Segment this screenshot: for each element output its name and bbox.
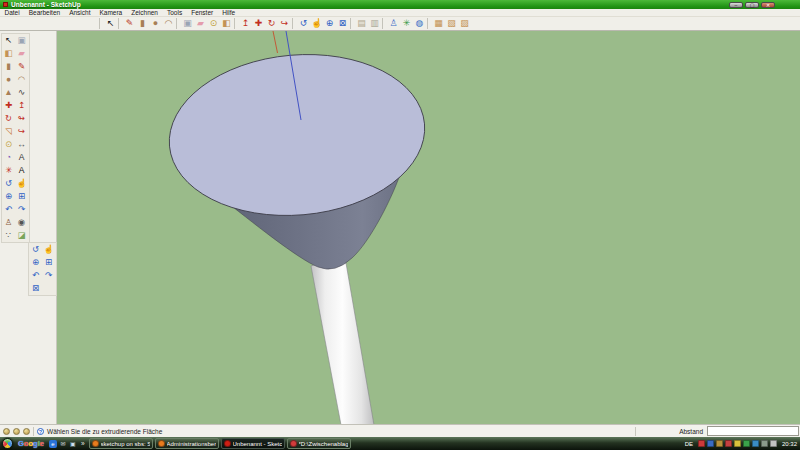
orbit-tool-icon[interactable]: ↺	[2, 177, 15, 190]
menu-hilfe[interactable]: Hilfe	[218, 9, 240, 17]
get-current-view-icon[interactable]: ▤	[355, 17, 368, 30]
eraser-tool-icon[interactable]: ▰	[194, 17, 207, 30]
tray-icon-9[interactable]	[770, 440, 777, 447]
internet-explorer-icon[interactable]: e	[49, 440, 57, 448]
menu-kamera[interactable]: Kamera	[95, 9, 127, 17]
help-icon[interactable]: ?	[37, 428, 44, 435]
google-earth-icon[interactable]: ◍	[413, 17, 426, 30]
tray-icon-5[interactable]	[734, 440, 741, 447]
tray-icon-8[interactable]	[761, 440, 768, 447]
maximize-button[interactable]: ▢	[745, 2, 759, 8]
start-button[interactable]	[2, 438, 13, 449]
google-desktop-logo[interactable]: Google	[18, 439, 44, 448]
paint-bucket-icon[interactable]: ◧	[2, 47, 15, 60]
zoom-next-icon[interactable]: ↷	[42, 269, 55, 282]
model-canvas[interactable]	[57, 31, 800, 424]
funnel-top-face[interactable]	[163, 44, 432, 226]
toggle-terrain-icon[interactable]: ▥	[368, 17, 381, 30]
zoom-window-icon[interactable]: ⊞	[42, 256, 55, 269]
taskbar-button-sketchup[interactable]: Unbenannt - Sketch...	[221, 438, 285, 449]
walk-tool-icon[interactable]: ∵	[2, 229, 15, 242]
status-badge-1[interactable]	[3, 428, 10, 435]
tray-icon-4[interactable]	[725, 440, 732, 447]
make-component-icon[interactable]: ▣	[181, 17, 194, 30]
tray-icon-6[interactable]	[743, 440, 750, 447]
menu-bearbeiten[interactable]: Bearbeiten	[24, 9, 64, 17]
menu-ansicht[interactable]: Ansicht	[65, 9, 95, 17]
styles-window-icon[interactable]: ▨	[458, 17, 471, 30]
language-indicator[interactable]: DE	[685, 441, 693, 447]
quick-launch-overflow-icon[interactable]: »	[81, 440, 85, 447]
scale-tool-icon[interactable]: ◹	[2, 125, 15, 138]
pan-tool-icon[interactable]: ☝	[42, 243, 55, 256]
menu-fenster[interactable]: Fenster	[187, 9, 218, 17]
arc-tool-icon[interactable]: ◠	[162, 17, 175, 30]
tray-icon-1[interactable]	[698, 440, 705, 447]
text-tool-icon[interactable]: A	[15, 151, 28, 164]
follow-me-icon[interactable]: ↬	[15, 112, 28, 125]
paint-bucket-icon[interactable]: ◧	[220, 17, 233, 30]
zoom-tool-icon[interactable]: ⊕	[323, 17, 336, 30]
tape-measure-icon[interactable]: ⊙	[2, 138, 15, 151]
pan-tool-icon[interactable]: ☝	[310, 17, 323, 30]
push-pull-icon[interactable]: ↥	[15, 99, 28, 112]
share-model-icon[interactable]: ▦	[432, 17, 445, 30]
polygon-tool-icon[interactable]: ▲	[2, 86, 15, 99]
toggle-axes-icon[interactable]: ✳	[400, 17, 413, 30]
taskbar-button-explorer[interactable]: *D:\Zwischenablage...	[287, 438, 351, 449]
status-badge-3[interactable]	[23, 428, 30, 435]
tray-icon-3[interactable]	[716, 440, 723, 447]
close-button[interactable]: ✕	[761, 2, 775, 8]
arc-tool-icon[interactable]: ◠	[15, 73, 28, 86]
offset-tool-icon[interactable]: ↪	[278, 17, 291, 30]
orbit-tool-icon[interactable]: ↺	[297, 17, 310, 30]
status-badge-2[interactable]	[13, 428, 20, 435]
select-tool-icon[interactable]: ↖	[104, 17, 117, 30]
line-tool-icon[interactable]: ✎	[15, 60, 28, 73]
position-camera-icon[interactable]: ♙	[2, 216, 15, 229]
menu-tools[interactable]: Tools	[162, 9, 186, 17]
tray-icon-2[interactable]	[707, 440, 714, 447]
show-desktop-icon[interactable]: ▣	[69, 440, 77, 448]
select-tool-icon[interactable]: ↖	[2, 34, 15, 47]
menu-datei[interactable]: Datei	[0, 9, 24, 17]
move-tool-icon[interactable]: ✚	[252, 17, 265, 30]
make-component-icon[interactable]: ▣	[15, 34, 28, 47]
eraser-tool-icon[interactable]: ▰	[15, 47, 28, 60]
funnel-stem[interactable]	[311, 262, 374, 424]
tape-measure-icon[interactable]: ⊙	[207, 17, 220, 30]
dimension-tool-icon[interactable]: ↔	[15, 138, 28, 151]
rotate-tool-icon[interactable]: ↻	[265, 17, 278, 30]
components-window-icon[interactable]: ▧	[445, 17, 458, 30]
photo-textures-icon[interactable]: ♙	[387, 17, 400, 30]
pan-tool-icon[interactable]: ☝	[15, 177, 28, 190]
line-tool-icon[interactable]: ✎	[123, 17, 136, 30]
protractor-tool-icon[interactable]: ◔	[2, 151, 15, 164]
zoom-tool-icon[interactable]: ⊕	[2, 190, 15, 203]
circle-tool-icon[interactable]: ●	[2, 73, 15, 86]
circle-tool-icon[interactable]: ●	[149, 17, 162, 30]
measurement-input[interactable]	[707, 426, 799, 436]
offset-tool-icon[interactable]: ↪	[15, 125, 28, 138]
minimize-button[interactable]: –	[729, 2, 743, 8]
move-tool-icon[interactable]: ✚	[2, 99, 15, 112]
zoom-previous-icon[interactable]: ↶	[29, 269, 42, 282]
zoom-tool-icon[interactable]: ⊕	[29, 256, 42, 269]
axes-tool-icon[interactable]: ✳	[2, 164, 15, 177]
rectangle-tool-icon[interactable]: ▮	[136, 17, 149, 30]
orbit-tool-icon[interactable]: ↺	[29, 243, 42, 256]
taskbar-button-firefox-2[interactable]: Administrationsbere...	[155, 438, 219, 449]
zoom-previous-icon[interactable]: ↶	[2, 203, 15, 216]
look-around-icon[interactable]: ◉	[15, 216, 28, 229]
section-plane-icon[interactable]: ◪	[15, 229, 28, 242]
push-pull-icon[interactable]: ↥	[239, 17, 252, 30]
3d-text-tool-icon[interactable]: A	[15, 164, 28, 177]
zoom-window-icon[interactable]: ⊞	[15, 190, 28, 203]
tray-icon-7[interactable]	[752, 440, 759, 447]
freehand-tool-icon[interactable]: ∿	[15, 86, 28, 99]
zoom-next-icon[interactable]: ↷	[15, 203, 28, 216]
rotate-tool-icon[interactable]: ↻	[2, 112, 15, 125]
taskbar-button-firefox-1[interactable]: sketchup on sbs: Sc...	[89, 438, 153, 449]
menu-zeichnen[interactable]: Zeichnen	[127, 9, 163, 17]
rectangle-tool-icon[interactable]: ▮	[2, 60, 15, 73]
